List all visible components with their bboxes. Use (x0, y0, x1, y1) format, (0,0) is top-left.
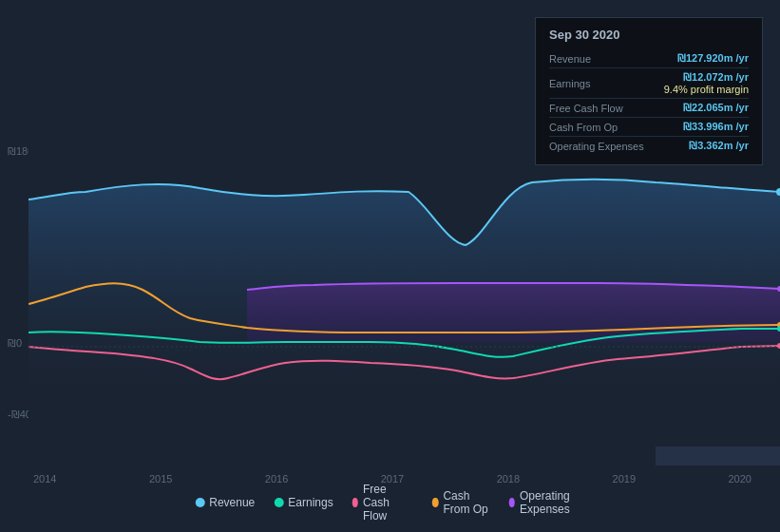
legend-dot-fcf (352, 498, 358, 507)
legend-dot-earnings (274, 498, 283, 507)
x-label-2019: 2019 (613, 473, 636, 484)
y-label-mid: ₪0 (8, 337, 22, 350)
legend-dot-revenue (195, 498, 204, 507)
x-label-2014: 2014 (33, 473, 56, 484)
tooltip-title: Sep 30 2020 (549, 28, 749, 42)
legend-item-earnings[interactable]: Earnings (274, 496, 333, 509)
tooltip-label-fcf: Free Cash Flow (549, 103, 644, 114)
legend-dot-cashfromop (432, 498, 438, 507)
tooltip-row-earnings: Earnings ₪12.072m /yr 9.4% profit margin (549, 68, 749, 99)
tooltip-label-cashfromop: Cash From Op (549, 122, 644, 133)
tooltip-value-fcf: ₪22.065m /yr (683, 102, 749, 114)
tooltip-profit-margin: 9.4% profit margin (664, 84, 749, 95)
chart-container: Sep 30 2020 Revenue ₪127.920m /yr Earnin… (0, 0, 780, 532)
tooltip-value-opex: ₪3.362m /yr (689, 140, 749, 152)
legend: Revenue Earnings Free Cash Flow Cash Fro… (195, 483, 585, 522)
x-label-2015: 2015 (149, 473, 172, 484)
legend-item-opex[interactable]: Operating Expenses (509, 489, 585, 516)
tooltip-row-opex: Operating Expenses ₪3.362m /yr (549, 137, 749, 155)
tooltip-row-revenue: Revenue ₪127.920m /yr (549, 49, 749, 68)
legend-label-earnings: Earnings (288, 496, 333, 509)
tooltip-value-earnings: ₪12.072m /yr (664, 71, 749, 84)
legend-label-fcf: Free Cash Flow (363, 483, 413, 522)
tooltip-row-fcf: Free Cash Flow ₪22.065m /yr (549, 99, 749, 118)
legend-item-cashfromop[interactable]: Cash From Op (432, 489, 490, 516)
tooltip-label-revenue: Revenue (549, 53, 644, 65)
legend-item-fcf[interactable]: Free Cash Flow (352, 483, 413, 522)
legend-item-revenue[interactable]: Revenue (195, 496, 255, 509)
legend-label-opex: Operating Expenses (520, 489, 585, 516)
chart-svg (29, 142, 780, 446)
tooltip-value-revenue: ₪127.920m /yr (677, 52, 749, 65)
legend-dot-opex (509, 498, 515, 507)
tooltip-card: Sep 30 2020 Revenue ₪127.920m /yr Earnin… (535, 17, 763, 165)
tooltip-label-earnings: Earnings (549, 78, 644, 89)
legend-label-cashfromop: Cash From Op (443, 489, 489, 516)
tooltip-value-cashfromop: ₪33.996m /yr (683, 121, 749, 133)
x-label-2020: 2020 (728, 473, 751, 484)
tooltip-row-cashfromop: Cash From Op ₪33.996m /yr (549, 118, 749, 137)
legend-label-revenue: Revenue (209, 496, 255, 509)
tooltip-label-opex: Operating Expenses (549, 141, 644, 152)
